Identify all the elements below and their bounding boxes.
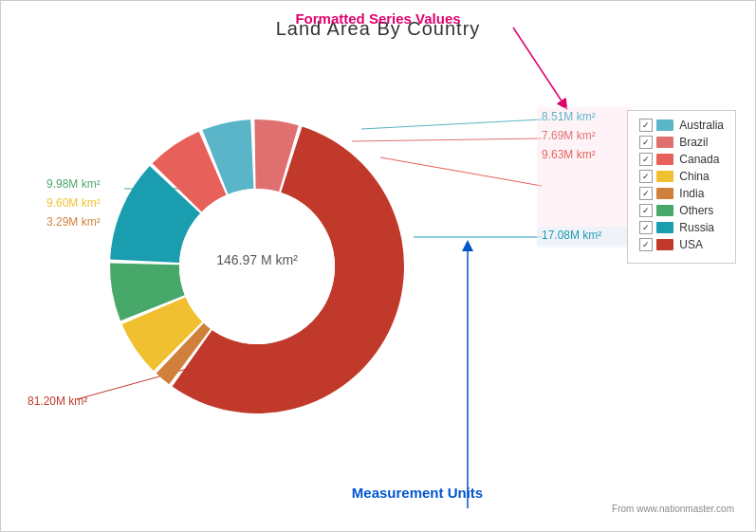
legend-check-usa[interactable]: ✓ bbox=[639, 238, 653, 251]
legend-check-russia[interactable]: ✓ bbox=[639, 221, 653, 234]
legend-check-china[interactable]: ✓ bbox=[639, 170, 653, 183]
legend-label-usa: USA bbox=[679, 238, 703, 251]
legend-color-china bbox=[656, 171, 673, 182]
legend-item-usa: ✓ USA bbox=[639, 238, 724, 251]
legend-check-india[interactable]: ✓ bbox=[639, 187, 653, 200]
annotation-measurement-units: Measurement Units bbox=[352, 485, 483, 501]
label-canada: 9.63M km² bbox=[542, 148, 596, 161]
legend-check-australia[interactable]: ✓ bbox=[639, 119, 653, 132]
annotation-formatted-series: Formatted Series Values bbox=[295, 10, 460, 27]
legend-color-usa bbox=[656, 239, 673, 250]
legend-item-brazil: ✓ Brazil bbox=[639, 136, 724, 149]
label-usa-value: 81.20M km² bbox=[28, 394, 87, 408]
label-india-value: 3.29M km² bbox=[46, 215, 101, 229]
legend-check-brazil[interactable]: ✓ bbox=[639, 136, 653, 149]
svg-text:146.97 M km²: 146.97 M km² bbox=[216, 252, 298, 267]
legend-color-india bbox=[656, 188, 673, 199]
legend-label-brazil: Brazil bbox=[679, 136, 708, 149]
legend-label-india: India bbox=[679, 187, 704, 200]
legend-label-china: China bbox=[679, 170, 709, 183]
donut-chart: 146.97 M km² 146.97 M km² bbox=[77, 86, 437, 447]
svg-rect-10 bbox=[537, 107, 632, 245]
legend-color-others bbox=[656, 205, 673, 216]
legend-item-china: ✓ China bbox=[639, 170, 724, 183]
legend-item-australia: ✓ Australia bbox=[639, 119, 724, 132]
source-text: From www.nationmaster.com bbox=[612, 504, 734, 514]
legend-item-others: ✓ Others bbox=[639, 204, 724, 217]
legend-item-canada: ✓ Canada bbox=[639, 153, 724, 166]
legend-item-india: ✓ India bbox=[639, 187, 724, 200]
legend-label-australia: Australia bbox=[679, 119, 724, 132]
legend: ✓ Australia ✓ Brazil ✓ Canada ✓ China ✓ … bbox=[627, 110, 736, 264]
legend-check-others[interactable]: ✓ bbox=[639, 204, 653, 217]
legend-label-canada: Canada bbox=[679, 153, 719, 166]
legend-color-russia bbox=[656, 222, 673, 233]
label-brazil: 7.69M km² bbox=[542, 129, 596, 142]
label-china-value: 9.60M km² bbox=[46, 196, 101, 210]
legend-label-others: Others bbox=[679, 204, 713, 217]
legend-color-australia bbox=[656, 119, 673, 131]
legend-item-russia: ✓ Russia bbox=[639, 221, 724, 234]
label-australia: 8.51M km² bbox=[542, 110, 596, 123]
legend-color-brazil bbox=[656, 137, 673, 148]
legend-color-canada bbox=[656, 154, 673, 165]
legend-label-russia: Russia bbox=[679, 221, 714, 234]
chart-container: Formatted Series Values bbox=[0, 0, 756, 532]
label-russia: 17.08M km² bbox=[542, 229, 601, 242]
legend-check-canada[interactable]: ✓ bbox=[639, 153, 653, 166]
label-others-value: 9.98M km² bbox=[46, 177, 101, 191]
